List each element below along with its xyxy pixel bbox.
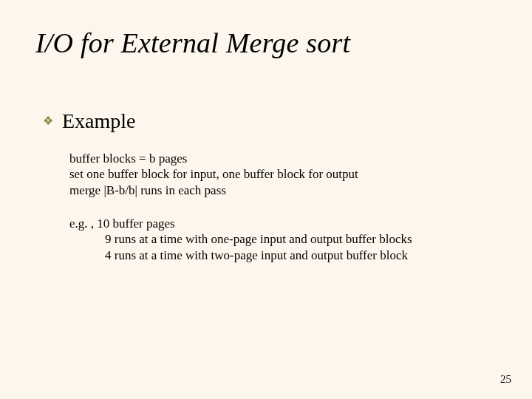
slide: I/O for External Merge sort ❖ Example bu… (0, 0, 532, 399)
page-number: 25 (500, 373, 511, 386)
slide-title: I/O for External Merge sort (35, 27, 350, 59)
text-line: buffer blocks = b pages (69, 151, 358, 166)
text-line: e.g. , 10 buffer pages (69, 216, 412, 231)
text-line-indent: 9 runs at a time with one-page input and… (105, 231, 412, 247)
text-line: set one buffer block for input, one buff… (69, 166, 358, 182)
text-line: merge |B-b/b| runs in each pass (69, 183, 358, 198)
text-block-1: buffer blocks = b pages set one buffer b… (69, 151, 358, 198)
text-block-2: e.g. , 10 buffer pages 9 runs at a time … (69, 216, 412, 263)
bullet-row: ❖ Example (43, 109, 136, 133)
text-line-indent: 4 runs at a time with two-page input and… (105, 248, 412, 263)
bullet-label: Example (62, 109, 136, 133)
diamond-bullet-icon: ❖ (43, 115, 53, 127)
